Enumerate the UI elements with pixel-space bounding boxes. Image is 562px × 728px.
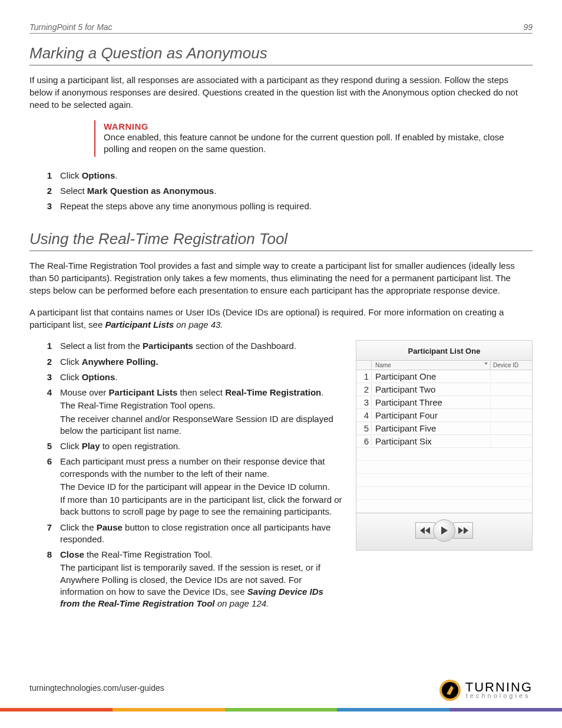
- page-number: 99: [523, 22, 533, 32]
- warning-label: WARNING: [104, 121, 515, 131]
- warning-body: Once enabled, this feature cannot be und…: [104, 131, 515, 156]
- rt-step-2: 2 Click Anywhere Polling.: [42, 356, 344, 368]
- intro-anonymous: If using a participant list, all respons…: [29, 74, 533, 111]
- step-1: 1 Click Options.: [42, 170, 533, 182]
- logo-text-top: TURNING: [465, 682, 533, 693]
- participant-name: Participant Four: [372, 410, 491, 420]
- heading-realtime: Using the Real-Time Registration Tool: [29, 230, 533, 251]
- rt-step-3: 3 Click Options.: [42, 371, 344, 383]
- table-row: 2Participant Two: [356, 383, 532, 396]
- participant-name: Participant Two: [372, 384, 491, 394]
- table-row: 3Participant Three: [356, 396, 532, 409]
- logo-text-bottom: technologies: [466, 693, 533, 699]
- table-row: 4Participant Four: [356, 409, 532, 422]
- step-2: 2 Select Mark Question as Anonymous.: [42, 185, 533, 197]
- warning-block: WARNING Once enabled, this feature canno…: [94, 120, 521, 157]
- running-header: TurningPoint 5 for Mac 99: [29, 22, 533, 34]
- steps-realtime: 1 Select a list from the Participants se…: [42, 340, 344, 610]
- col-header-device: Device ID: [491, 361, 532, 370]
- logo-icon: [438, 678, 462, 702]
- participant-name: Participant Three: [372, 397, 491, 407]
- step-number: 3: [42, 200, 52, 212]
- figure-title: Participant List One: [356, 341, 532, 361]
- realtime-p1: The Real-Time Registration Tool provides…: [29, 259, 533, 297]
- footer-color-strip: [0, 708, 562, 711]
- participant-name: Participant One: [372, 371, 491, 381]
- table-row: 1Participant One: [356, 370, 532, 383]
- heading-anonymous: Marking a Question as Anonymous: [29, 44, 533, 65]
- forward-button[interactable]: [453, 522, 473, 539]
- footer-url: turningtechnologies.com/user-guides: [29, 683, 164, 693]
- steps-anonymous: 1 Click Options. 2 Select Mark Question …: [42, 170, 533, 213]
- xref-participant-lists: Participant Lists: [105, 319, 174, 330]
- rt-step-1: 1 Select a list from the Participants se…: [42, 340, 344, 352]
- step-number: 1: [42, 170, 52, 182]
- realtime-p2: A participant list that contains names o…: [29, 306, 533, 331]
- play-button[interactable]: [433, 519, 455, 542]
- rt-step-5: 5 Click Play to open registration.: [42, 440, 344, 452]
- step-number: 2: [42, 185, 52, 197]
- rt-step-4: 4 Mouse over Participant Lists then sele…: [42, 387, 344, 437]
- figure-participant-list: Participant List One Name Device ID 1Par…: [356, 340, 533, 551]
- brand-logo: TURNING technologies: [438, 678, 533, 702]
- figure-controls: [356, 513, 532, 550]
- participant-name: Participant Five: [372, 423, 491, 433]
- rt-step-6: 6 Each participant must press a number o…: [42, 456, 344, 518]
- figure-header-row: Name Device ID: [356, 361, 532, 370]
- table-row: 5Participant Five: [356, 422, 532, 435]
- participant-name: Participant Six: [372, 436, 491, 446]
- col-header-name[interactable]: Name: [372, 361, 491, 370]
- rt-step-8: 8 Close the Real-Time Registration Tool.…: [42, 549, 344, 610]
- table-row: 6Participant Six: [356, 435, 532, 448]
- step-3: 3 Repeat the steps above any time anonym…: [42, 200, 533, 212]
- rewind-button[interactable]: [415, 522, 435, 539]
- rt-step-7: 7 Click the Pause button to close regist…: [42, 522, 344, 546]
- doc-title: TurningPoint 5 for Mac: [29, 22, 113, 32]
